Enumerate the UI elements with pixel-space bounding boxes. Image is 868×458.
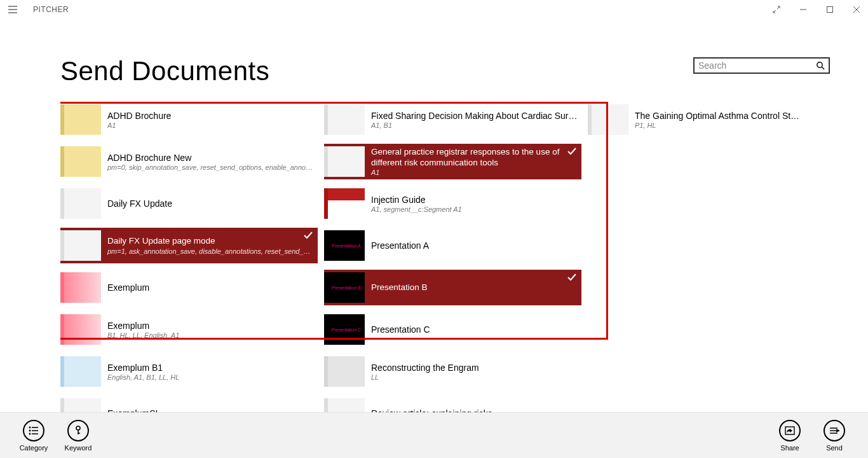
document-thumbnail — [60, 104, 101, 135]
document-text: General practice registrar responses to … — [371, 147, 578, 176]
keyword-button[interactable]: Keyword — [56, 420, 100, 452]
document-thumbnail — [60, 146, 101, 177]
document-text: ADHD Brochure Newpm=0, skip_annotation_s… — [107, 153, 314, 171]
document-text: Injectin GuideA1, segment__c:Segment A1 — [371, 195, 578, 213]
search-icon — [816, 61, 825, 70]
document-item[interactable]: ExemplumB1, HL, LL, English, A1 — [60, 312, 318, 347]
document-column: The Gaining Optimal Asthma Control Study… — [588, 102, 804, 426]
document-title: Daily FX Update page mode — [107, 236, 314, 246]
search-placeholder: Search — [698, 60, 816, 71]
document-column: ADHD BrochureA1ADHD Brochure Newpm=0, sk… — [60, 102, 318, 426]
list-icon — [23, 420, 44, 441]
checkmark-icon — [304, 232, 313, 239]
document-column: Fixed Sharing Decision Making About Card… — [324, 102, 581, 426]
window-controls — [770, 3, 863, 16]
document-item[interactable]: Daily FX Update page modepm=1, ask_annot… — [60, 228, 318, 263]
document-thumbnail — [324, 356, 365, 387]
document-subtitle: P1, HL — [635, 121, 800, 129]
document-thumbnail — [324, 146, 365, 177]
document-item[interactable]: Fixed Sharing Decision Making About Card… — [324, 102, 581, 137]
document-title: Exemplum — [107, 321, 314, 331]
document-text: Daily FX Update page modepm=1, ask_annot… — [107, 236, 314, 254]
document-title: Daily FX Update — [107, 198, 314, 209]
send-label: Send — [826, 444, 843, 452]
category-label: Category — [20, 444, 48, 452]
checkmark-icon — [567, 274, 576, 281]
send-button[interactable]: Send — [812, 420, 857, 452]
document-text: ADHD BrochureA1 — [107, 111, 314, 129]
document-item[interactable]: Reconstructing the EngramLL — [324, 354, 581, 389]
key-icon — [67, 420, 89, 441]
app-title: PITCHER — [33, 5, 69, 14]
document-item[interactable]: Daily FX Update — [60, 186, 318, 221]
document-subtitle: English, A1, B1, LL, HL — [107, 373, 314, 381]
document-thumbnail — [60, 272, 101, 303]
document-subtitle: LL — [371, 373, 578, 381]
send-icon — [824, 420, 845, 441]
expand-icon[interactable] — [770, 3, 783, 16]
document-text: Daily FX Update — [107, 198, 314, 209]
document-text: Presentation C — [371, 324, 578, 335]
share-label: Share — [780, 444, 799, 452]
document-text: Exemplum B1English, A1, B1, LL, HL — [107, 363, 314, 381]
document-thumbnail: Presentation A — [324, 230, 365, 261]
document-thumbnail: Presentation C — [324, 314, 365, 345]
document-thumbnail — [588, 104, 628, 135]
document-item[interactable]: Presentation BPresentation B — [324, 270, 581, 305]
minimize-icon[interactable] — [797, 3, 810, 16]
page-title: Send Documents — [60, 56, 269, 87]
document-item[interactable]: Injectin GuideA1, segment__c:Segment A1 — [324, 186, 581, 221]
document-title: Presentation B — [371, 282, 578, 293]
document-grid: ADHD BrochureA1ADHD Brochure Newpm=0, sk… — [60, 102, 830, 426]
document-title: ADHD Brochure New — [107, 153, 314, 163]
document-item[interactable]: Presentation CPresentation C — [324, 312, 581, 347]
document-thumbnail — [60, 230, 101, 261]
document-title: Fixed Sharing Decision Making About Card… — [371, 111, 578, 121]
document-item[interactable]: ADHD Brochure Newpm=0, skip_annotation_s… — [60, 144, 318, 179]
share-icon — [779, 420, 801, 441]
share-button[interactable]: Share — [768, 420, 812, 452]
document-title: Reconstructing the Engram — [371, 363, 578, 373]
close-icon[interactable] — [850, 3, 863, 16]
document-text: Fixed Sharing Decision Making About Card… — [371, 111, 578, 129]
document-thumbnail: Presentation B — [324, 272, 365, 303]
page-content: Send Documents Search ADHD BrochureA1ADH… — [0, 19, 868, 412]
document-subtitle: pm=1, ask_annotation_save, disable_annot… — [107, 247, 314, 255]
document-text: Presentation B — [371, 282, 578, 293]
svg-point-4 — [29, 433, 31, 434]
document-text: Presentation A — [371, 240, 578, 251]
document-title: The Gaining Optimal Asthma Control Study — [635, 111, 800, 121]
document-item[interactable]: Presentation APresentation A — [324, 228, 581, 263]
hamburger-icon[interactable] — [5, 2, 20, 17]
document-item[interactable]: Exemplum B1English, A1, B1, LL, HL — [60, 354, 318, 389]
document-title: General practice registrar responses to … — [371, 147, 578, 167]
bottom-toolbar: Category Keyword Share Send — [0, 412, 868, 458]
document-subtitle: A1, segment__c:Segment A1 — [371, 205, 578, 213]
keyword-label: Keyword — [65, 444, 92, 452]
title-bar: PITCHER — [0, 0, 868, 19]
document-item[interactable]: The Gaining Optimal Asthma Control Study… — [588, 102, 804, 137]
document-item[interactable]: General practice registrar responses to … — [324, 144, 581, 179]
document-thumbnail — [60, 314, 101, 345]
document-title: Exemplum — [107, 282, 314, 293]
maximize-icon[interactable] — [824, 3, 836, 16]
svg-point-1 — [817, 62, 822, 67]
svg-point-2 — [29, 426, 31, 428]
category-button[interactable]: Category — [11, 420, 56, 452]
svg-rect-0 — [827, 7, 833, 13]
document-title: ADHD Brochure — [107, 111, 314, 121]
svg-point-3 — [29, 429, 31, 431]
document-thumbnail — [324, 104, 365, 135]
document-title: Exemplum B1 — [107, 363, 314, 373]
document-title: Presentation A — [371, 240, 578, 251]
document-text: ExemplumB1, HL, LL, English, A1 — [107, 321, 314, 339]
document-subtitle: B1, HL, LL, English, A1 — [107, 331, 314, 339]
document-item[interactable]: ADHD BrochureA1 — [60, 102, 318, 137]
document-item[interactable]: Exemplum — [60, 270, 318, 305]
document-subtitle: A1 — [107, 121, 314, 129]
document-title: Injectin Guide — [371, 195, 578, 205]
document-thumbnail — [60, 356, 101, 387]
document-text: Exemplum — [107, 282, 314, 293]
search-input[interactable]: Search — [693, 57, 830, 74]
document-text: The Gaining Optimal Asthma Control Study… — [635, 111, 800, 129]
